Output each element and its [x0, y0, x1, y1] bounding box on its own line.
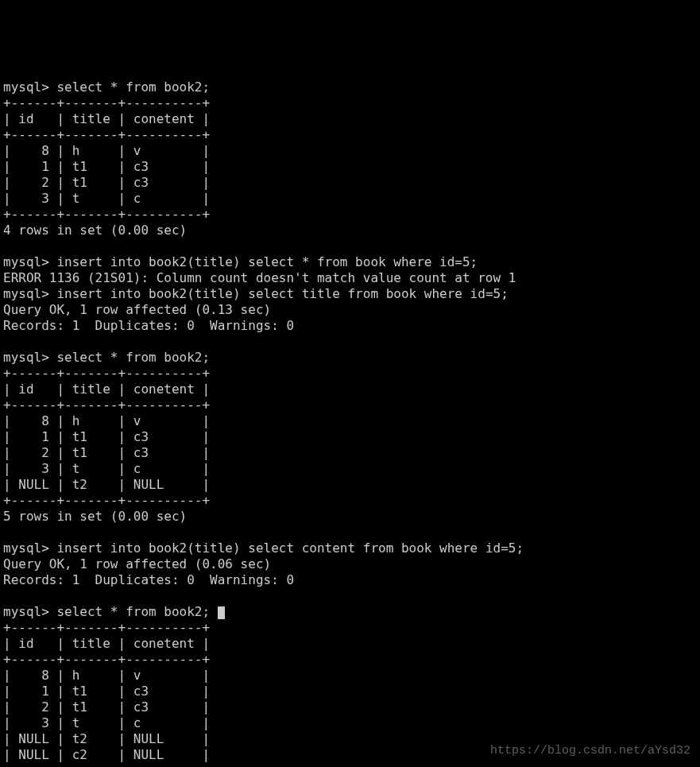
cursor-icon [218, 606, 225, 619]
table-sep: +------+-------+----------+ [3, 127, 210, 142]
prompt-line: mysql> select * from book2; [3, 79, 210, 95]
table-header: | id | title | conetent | [3, 111, 210, 126]
table-row: | 2 | t1 | c3 | [3, 175, 210, 190]
query-ok: Query OK, 1 row affected (0.13 sec) [3, 302, 271, 317]
table-row: | 8 | h | v | [3, 413, 210, 428]
table-row: | 3 | t | c | [3, 191, 210, 206]
table-sep: +------+-------+----------+ [3, 397, 210, 413]
error-line: ERROR 1136 (21S01): Column count doesn't… [3, 270, 516, 285]
terminal-output[interactable]: mysql> select * from book2; +------+----… [3, 79, 697, 767]
watermark-text: https://blog.csdn.net/aYsd32 [490, 744, 690, 759]
table-sep: +------+-------+----------+ [3, 366, 210, 381]
result-summary: 5 rows in set (0.00 sec) [3, 509, 187, 524]
table-row: | 1 | t1 | c3 | [3, 429, 210, 444]
table-sep: +------+-------+----------+ [3, 95, 210, 110]
table-sep: +------+-------+----------+ [3, 207, 210, 222]
prompt-line: mysql> insert into book2(title) select t… [3, 286, 509, 301]
prompt-line: mysql> insert into book2(title) select c… [3, 540, 524, 556]
table-sep: +------+-------+----------+ [3, 652, 210, 667]
prompt-line: mysql> select * from book2; [3, 350, 210, 365]
records-line: Records: 1 Duplicates: 0 Warnings: 0 [3, 572, 294, 587]
records-line: Records: 1 Duplicates: 0 Warnings: 0 [3, 318, 294, 333]
table-row: | 3 | t | c | [3, 461, 210, 476]
table-sep: +------+-------+----------+ [3, 763, 210, 767]
table-row: | NULL | c2 | NULL | [3, 747, 210, 762]
table-row: | NULL | t2 | NULL | [3, 731, 210, 746]
table-row: | 3 | t | c | [3, 715, 210, 730]
query-ok: Query OK, 1 row affected (0.06 sec) [3, 556, 271, 571]
result-summary: 4 rows in set (0.00 sec) [3, 223, 187, 238]
table-row: | 1 | t1 | c3 | [3, 684, 210, 699]
table-row: | 1 | t1 | c3 | [3, 159, 210, 174]
table-sep: +------+-------+----------+ [3, 493, 210, 508]
table-row: | 2 | t1 | c3 | [3, 445, 210, 460]
table-row: | 8 | h | v | [3, 143, 210, 158]
table-row: | NULL | t2 | NULL | [3, 477, 210, 492]
table-row: | 8 | h | v | [3, 668, 210, 683]
table-header: | id | title | conetent | [3, 636, 210, 651]
prompt-line: mysql> insert into book2(title) select *… [3, 254, 478, 269]
prompt-line: mysql> select * from book2; [3, 604, 225, 619]
table-header: | id | title | conetent | [3, 382, 210, 397]
table-sep: +------+-------+----------+ [3, 620, 210, 635]
table-row: | 2 | t1 | c3 | [3, 699, 210, 715]
